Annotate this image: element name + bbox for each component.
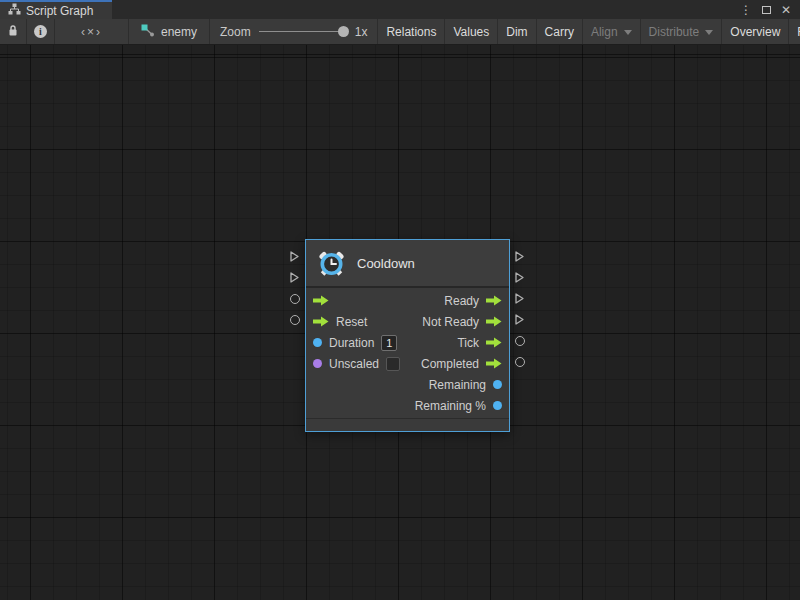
port-reset[interactable]: Reset: [313, 315, 367, 329]
port-remaining[interactable]: Remaining: [429, 378, 502, 392]
graph-toolbar: i ‹×› enemy Zoom 1x Relations Values Dim…: [0, 19, 800, 45]
breadcrumb[interactable]: enemy: [129, 19, 210, 44]
port-label: Duration: [329, 336, 374, 350]
zoom-slider-track[interactable]: [259, 31, 347, 32]
node-cooldown[interactable]: Cooldown Ready: [305, 239, 510, 432]
align-dropdown[interactable]: Align: [583, 19, 641, 44]
zoom-slider[interactable]: [259, 25, 347, 38]
number-port-icon: [493, 401, 502, 410]
flow-arrow-icon: [486, 358, 502, 369]
port-completed[interactable]: Completed: [421, 357, 502, 371]
window-controls: ⋮ ✕: [739, 0, 800, 19]
zoom-control: Zoom 1x: [210, 19, 377, 44]
port-remaining-percent[interactable]: Remaining %: [415, 399, 502, 413]
port-duration[interactable]: Duration 1: [313, 335, 397, 351]
port-label: Remaining %: [415, 399, 486, 413]
flow-connector-out[interactable]: [514, 313, 525, 329]
unscaled-checkbox[interactable]: [386, 357, 400, 371]
overview-button-label: Overview: [730, 25, 780, 39]
graph-hierarchy-icon: [8, 3, 21, 18]
lock-icon: [7, 24, 19, 40]
distribute-dropdown[interactable]: Distribute: [641, 19, 723, 44]
overview-button[interactable]: Overview: [722, 19, 789, 44]
info-button[interactable]: i: [27, 19, 55, 44]
value-connector-in[interactable]: [290, 315, 300, 325]
port-row: Unscaled Completed: [306, 353, 509, 374]
close-icon[interactable]: ✕: [779, 3, 793, 17]
port-label: Reset: [336, 315, 367, 329]
flow-connector-in[interactable]: [289, 250, 300, 266]
node-title: Cooldown: [357, 256, 415, 271]
full-screen-button[interactable]: Full Screen: [789, 19, 800, 44]
info-icon: i: [34, 25, 47, 38]
port-label: Remaining: [429, 378, 486, 392]
tab-script-graph[interactable]: Script Graph: [0, 0, 112, 19]
port-label: Not Ready: [422, 315, 479, 329]
node-footer: [306, 418, 509, 431]
dim-button[interactable]: Dim: [498, 19, 536, 44]
edit-source-button[interactable]: ‹×›: [55, 19, 129, 44]
alarm-clock-icon: [318, 250, 345, 277]
maximize-icon[interactable]: [759, 3, 773, 17]
port-not-ready[interactable]: Not Ready: [422, 315, 502, 329]
port-row: Reset Not Ready: [306, 311, 509, 332]
flow-arrow-icon: [486, 295, 502, 306]
flow-connector-out[interactable]: [514, 271, 525, 287]
value-connector-out[interactable]: [515, 357, 525, 367]
breadcrumb-label: enemy: [161, 25, 197, 39]
flow-connector-out[interactable]: [514, 292, 525, 308]
window-menu-icon[interactable]: ⋮: [739, 3, 753, 17]
dim-button-label: Dim: [506, 25, 527, 39]
port-label: Ready: [444, 294, 479, 308]
title-bar: Script Graph ⋮ ✕: [0, 0, 800, 19]
port-row: Remaining: [306, 374, 509, 395]
number-port-icon: [493, 380, 502, 389]
value-connector-out[interactable]: [515, 336, 525, 346]
relations-button-label: Relations: [386, 25, 436, 39]
port-ready[interactable]: Ready: [444, 294, 502, 308]
flow-arrow-icon: [313, 316, 329, 327]
flow-connector-in[interactable]: [289, 271, 300, 287]
node-body: Ready Reset Not Ready: [306, 288, 509, 418]
zoom-value: 1x: [355, 25, 368, 39]
tab-label: Script Graph: [26, 4, 93, 18]
carry-button[interactable]: Carry: [537, 19, 583, 44]
port-enter[interactable]: [313, 295, 329, 306]
value-connector-in[interactable]: [290, 294, 300, 304]
port-row: Duration 1 Tick: [306, 332, 509, 353]
flow-connector-out[interactable]: [514, 250, 525, 266]
node-header[interactable]: Cooldown: [306, 240, 509, 288]
boolean-port-icon: [313, 359, 322, 368]
chevron-down-icon: [624, 30, 632, 35]
relations-button[interactable]: Relations: [377, 19, 445, 44]
number-port-icon: [313, 338, 322, 347]
port-label: Unscaled: [329, 357, 379, 371]
port-row: Ready: [306, 290, 509, 311]
port-tick[interactable]: Tick: [457, 336, 502, 350]
port-row: Remaining %: [306, 395, 509, 416]
flow-arrow-icon: [313, 295, 329, 306]
lock-button[interactable]: [0, 19, 27, 44]
flow-arrow-icon: [486, 316, 502, 327]
duration-input[interactable]: 1: [381, 335, 397, 351]
chevron-down-icon: [705, 30, 713, 35]
carry-button-label: Carry: [545, 25, 574, 39]
graph-canvas[interactable]: Cooldown Ready: [0, 45, 800, 600]
zoom-slider-handle[interactable]: [338, 26, 349, 37]
graph-asset-icon: [141, 24, 155, 40]
zoom-label: Zoom: [220, 25, 251, 39]
values-button-label: Values: [453, 25, 489, 39]
port-unscaled[interactable]: Unscaled: [313, 357, 400, 371]
port-label: Completed: [421, 357, 479, 371]
distribute-dropdown-label: Distribute: [649, 25, 700, 39]
values-button[interactable]: Values: [445, 19, 498, 44]
flow-arrow-icon: [486, 337, 502, 348]
code-icon: ‹×›: [63, 25, 120, 39]
port-label: Tick: [457, 336, 479, 350]
align-dropdown-label: Align: [591, 25, 618, 39]
